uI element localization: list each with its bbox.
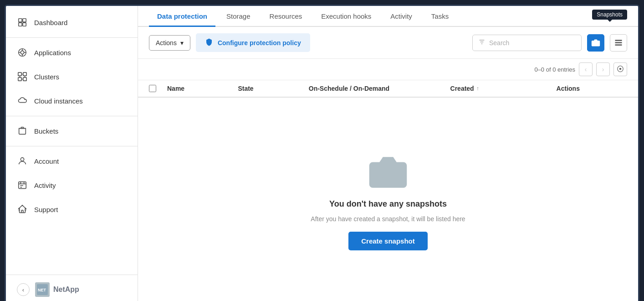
next-page-button[interactable]: › — [596, 62, 610, 76]
tab-data-protection[interactable]: Data protection — [149, 6, 215, 27]
tab-execution-hooks[interactable]: Execution hooks — [313, 6, 379, 27]
header-name: Name — [167, 85, 238, 92]
svg-rect-3 — [23, 23, 26, 26]
header-state: State — [238, 85, 308, 92]
sidebar-item-buckets[interactable]: Buckets — [6, 119, 138, 143]
account-icon — [17, 156, 28, 166]
svg-rect-33 — [615, 42, 622, 43]
pagination-bar: 0–0 of 0 entries ‹ › ⦿ — [138, 59, 638, 80]
brand-name: NetApp — [53, 285, 79, 294]
svg-rect-11 — [23, 73, 26, 76]
select-all-checkbox[interactable] — [149, 85, 156, 92]
svg-point-31 — [594, 42, 598, 45]
sidebar-item-activity[interactable]: Activity — [6, 173, 138, 197]
toolbar: Actions ▾ Configure protection policy — [138, 27, 638, 59]
svg-rect-1 — [23, 19, 26, 22]
search-input[interactable] — [489, 39, 571, 47]
svg-rect-34 — [615, 44, 622, 46]
snapshots-tooltip-label: Snapshots — [592, 10, 627, 20]
svg-rect-2 — [19, 23, 22, 26]
empty-state-title: You don't have any snapshots — [329, 199, 447, 209]
sidebar-item-label: Support — [34, 206, 58, 213]
svg-point-19 — [20, 158, 24, 161]
sidebar-item-label: Activity — [34, 182, 56, 189]
sidebar-item-clusters[interactable]: Clusters — [6, 65, 138, 89]
column-toggle-button[interactable]: ⦿ — [613, 62, 627, 76]
list-view-button[interactable] — [610, 34, 627, 52]
empty-camera-icon — [368, 152, 409, 193]
support-icon — [17, 204, 28, 215]
filter-icon — [478, 38, 486, 47]
sidebar-item-label: Clusters — [34, 73, 59, 81]
sidebar-divider-2 — [6, 116, 138, 116]
actions-button[interactable]: Actions ▾ — [149, 35, 190, 51]
configure-protection-policy-button[interactable]: Configure protection policy — [196, 33, 310, 52]
table-header: Name State On-Schedule / On-Demand Creat… — [138, 80, 638, 98]
applications-icon — [17, 47, 28, 58]
sidebar-item-label: Account — [34, 157, 59, 165]
search-wrapper[interactable] — [472, 35, 582, 51]
netapp-logo-icon: NET — [35, 282, 50, 297]
entries-count: 0–0 of 0 entries — [534, 66, 575, 73]
svg-text:NET: NET — [38, 288, 46, 292]
activity-icon — [17, 180, 28, 191]
svg-rect-10 — [18, 73, 21, 76]
svg-rect-0 — [19, 19, 22, 22]
sidebar-item-account[interactable]: Account — [6, 149, 138, 173]
sidebar: Dashboard Applications Clusters Cloud in… — [6, 6, 138, 301]
tab-resources[interactable]: Resources — [261, 6, 311, 27]
sidebar-item-cloud-instances[interactable]: Cloud instances — [6, 89, 138, 113]
header-on-schedule: On-Schedule / On-Demand — [309, 85, 450, 92]
tab-storage[interactable]: Storage — [218, 6, 259, 27]
sidebar-item-support[interactable]: Support — [6, 197, 138, 222]
sidebar-bottom: ‹ NET NetApp — [6, 275, 138, 301]
sidebar-item-dashboard[interactable]: Dashboard — [6, 10, 138, 35]
tab-activity[interactable]: Activity — [382, 6, 420, 27]
sort-icon: ↑ — [476, 85, 479, 92]
sidebar-item-label: Dashboard — [34, 19, 67, 26]
dashboard-icon — [17, 17, 28, 28]
svg-rect-32 — [615, 40, 622, 41]
sidebar-item-label: Applications — [34, 49, 71, 57]
app-frame: Dashboard Applications Clusters Cloud in… — [5, 5, 639, 301]
header-created[interactable]: Created ↑ — [450, 85, 557, 92]
chevron-down-icon: ▾ — [180, 39, 184, 47]
svg-rect-13 — [23, 78, 26, 81]
clusters-icon — [17, 71, 28, 82]
header-actions: Actions — [557, 85, 627, 92]
netapp-logo: NET NetApp — [35, 282, 79, 297]
prev-page-button[interactable]: ‹ — [579, 62, 593, 76]
sidebar-divider-3 — [6, 146, 138, 146]
sidebar-item-label: Buckets — [34, 127, 58, 135]
sidebar-item-applications[interactable]: Applications — [6, 41, 138, 65]
header-checkbox-cell — [149, 85, 167, 92]
svg-point-5 — [20, 51, 24, 54]
sidebar-divider — [6, 37, 138, 38]
buckets-icon — [17, 125, 28, 136]
tabs-bar: Data protection Storage Resources Execut… — [138, 6, 638, 27]
shield-icon — [205, 38, 213, 47]
svg-point-35 — [381, 167, 395, 181]
svg-rect-20 — [19, 182, 26, 189]
cloud-icon — [17, 95, 28, 106]
sidebar-collapse-button[interactable]: ‹ — [17, 283, 30, 296]
empty-state-subtitle: After you have created a snapshot, it wi… — [311, 215, 465, 223]
sidebar-item-label: Cloud instances — [34, 97, 83, 105]
svg-rect-12 — [18, 78, 21, 81]
table-area: 0–0 of 0 entries ‹ › ⦿ Name State On-Sch… — [138, 59, 638, 301]
main-content: Data protection Storage Resources Execut… — [138, 6, 638, 301]
snapshots-view-button[interactable] — [587, 34, 604, 52]
create-snapshot-button[interactable]: Create snapshot — [348, 232, 428, 250]
tab-tasks[interactable]: Tasks — [423, 6, 457, 27]
empty-state: You don't have any snapshots After you h… — [138, 98, 638, 301]
